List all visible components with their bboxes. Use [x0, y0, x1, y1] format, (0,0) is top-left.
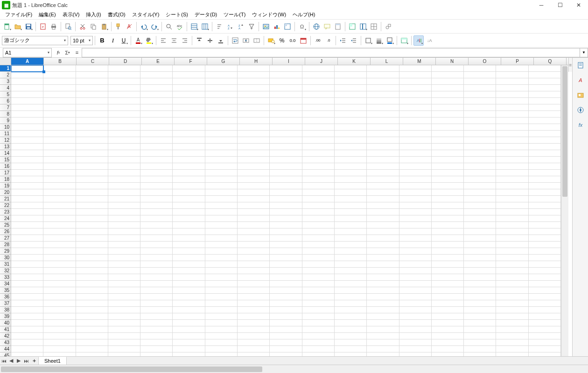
- autofilter-button[interactable]: [246, 21, 257, 32]
- row-header[interactable]: 2: [0, 72, 11, 78]
- align-middle-button[interactable]: [205, 35, 215, 46]
- row-header[interactable]: 21: [0, 196, 11, 202]
- column-header[interactable]: F: [175, 58, 207, 65]
- next-sheet-button[interactable]: ▶: [15, 357, 22, 365]
- column-header[interactable]: I: [273, 58, 305, 65]
- hyperlink-button[interactable]: [311, 21, 322, 32]
- properties-panel-icon[interactable]: [575, 60, 586, 71]
- selection-fill-handle[interactable]: [42, 70, 45, 73]
- font-name-combo[interactable]: 游ゴシック: [2, 36, 68, 45]
- column-header[interactable]: Q: [534, 58, 567, 65]
- export-pdf-button[interactable]: P: [38, 21, 48, 32]
- menu-window[interactable]: ウィンドウ(W): [249, 10, 289, 19]
- column-header[interactable]: K: [338, 58, 371, 65]
- clear-formatting-button[interactable]: A: [124, 21, 134, 32]
- column-header[interactable]: M: [403, 58, 436, 65]
- currency-button[interactable]: [266, 35, 276, 46]
- minimize-button[interactable]: ─: [532, 0, 551, 10]
- row-header[interactable]: 44: [0, 346, 11, 352]
- column-header[interactable]: E: [142, 58, 175, 65]
- increase-indent-button[interactable]: [338, 35, 348, 46]
- print-button[interactable]: [49, 21, 59, 32]
- unmerge-cells-button[interactable]: [252, 35, 262, 46]
- prev-sheet-button[interactable]: ◀: [7, 357, 15, 365]
- styles-panel-icon[interactable]: A: [575, 75, 586, 86]
- row-header[interactable]: 31: [0, 261, 11, 268]
- special-char-button[interactable]: Ω: [297, 21, 307, 32]
- row-header[interactable]: 10: [0, 124, 11, 131]
- row-header[interactable]: 28: [0, 242, 11, 248]
- vertical-scrollbar[interactable]: [561, 65, 568, 356]
- column-header[interactable]: H: [240, 58, 273, 65]
- date-format-button[interactable]: [298, 35, 308, 46]
- align-left-button[interactable]: [158, 35, 168, 46]
- menu-sheet[interactable]: シート(S): [162, 10, 191, 19]
- row-header[interactable]: 25: [0, 222, 11, 228]
- column-button[interactable]: [200, 21, 210, 32]
- row-header[interactable]: 4: [0, 85, 11, 91]
- merge-cells-button[interactable]: [241, 35, 251, 46]
- row-header[interactable]: 43: [0, 339, 11, 346]
- border-color-button[interactable]: [385, 35, 395, 46]
- wrap-text-button[interactable]: [230, 35, 240, 46]
- row-header[interactable]: 39: [0, 313, 11, 320]
- equals-button[interactable]: =: [72, 48, 82, 57]
- row-header[interactable]: 19: [0, 183, 11, 189]
- close-button[interactable]: ✕: [569, 0, 588, 10]
- row-header[interactable]: 8: [0, 111, 11, 117]
- align-top-button[interactable]: [194, 35, 204, 46]
- row-header[interactable]: 26: [0, 228, 11, 235]
- freeze-button[interactable]: [358, 21, 368, 32]
- open-button[interactable]: [13, 21, 23, 32]
- row-header[interactable]: 33: [0, 274, 11, 281]
- row-header[interactable]: 9: [0, 117, 11, 124]
- row-header[interactable]: 16: [0, 163, 11, 170]
- row-header[interactable]: 20: [0, 189, 11, 196]
- navigator-panel-icon[interactable]: [575, 104, 586, 116]
- add-sheet-button[interactable]: ＋: [30, 357, 38, 365]
- conditional-format-button[interactable]: A: [413, 35, 424, 46]
- split-window-button[interactable]: [369, 21, 379, 32]
- row-header[interactable]: 3: [0, 78, 11, 85]
- column-header[interactable]: B: [44, 58, 77, 65]
- menu-edit[interactable]: 編集(E): [35, 10, 59, 19]
- font-color-button[interactable]: A: [133, 35, 143, 46]
- horizontal-scrollbar[interactable]: [1, 366, 587, 373]
- row-header[interactable]: 14: [0, 150, 11, 157]
- formula-input[interactable]: [82, 48, 580, 57]
- column-header[interactable]: L: [371, 58, 403, 65]
- row-header[interactable]: 12: [0, 137, 11, 144]
- row-header[interactable]: 32: [0, 268, 11, 274]
- function-wizard-button[interactable]: fx: [54, 48, 63, 57]
- undo-button[interactable]: [139, 21, 149, 32]
- menu-styles[interactable]: スタイル(Y): [129, 10, 163, 19]
- row-header[interactable]: 27: [0, 235, 11, 242]
- horizontal-scroll-thumb[interactable]: [1, 366, 262, 372]
- column-header[interactable]: A: [11, 58, 44, 65]
- row-button[interactable]: [189, 21, 199, 32]
- row-header[interactable]: 13: [0, 144, 11, 150]
- comment-button[interactable]: [322, 21, 332, 32]
- draw-functions-button[interactable]: [383, 21, 393, 32]
- menu-insert[interactable]: 挿入(I): [83, 10, 104, 19]
- vertical-scroll-thumb[interactable]: [562, 66, 567, 197]
- italic-button[interactable]: I: [108, 35, 118, 46]
- column-header[interactable]: D: [109, 58, 142, 65]
- column-header[interactable]: N: [436, 58, 469, 65]
- find-button[interactable]: [164, 21, 174, 32]
- row-header[interactable]: 36: [0, 294, 11, 300]
- row-header[interactable]: 7: [0, 104, 11, 111]
- insert-pivot-button[interactable]: [282, 21, 293, 32]
- last-sheet-button[interactable]: ⏭: [22, 357, 30, 365]
- autoformat-button[interactable]: [399, 35, 409, 46]
- menu-data[interactable]: データ(D): [191, 10, 220, 19]
- row-header[interactable]: 40: [0, 320, 11, 326]
- redo-button[interactable]: [149, 21, 160, 32]
- new-button[interactable]: [2, 21, 12, 32]
- highlight-button[interactable]: [144, 35, 154, 46]
- cell-styles-button[interactable]: ↓A: [424, 35, 434, 46]
- row-header[interactable]: 15: [0, 157, 11, 163]
- row-header[interactable]: 34: [0, 281, 11, 287]
- insert-image-button[interactable]: [261, 21, 271, 32]
- row-header[interactable]: 6: [0, 98, 11, 104]
